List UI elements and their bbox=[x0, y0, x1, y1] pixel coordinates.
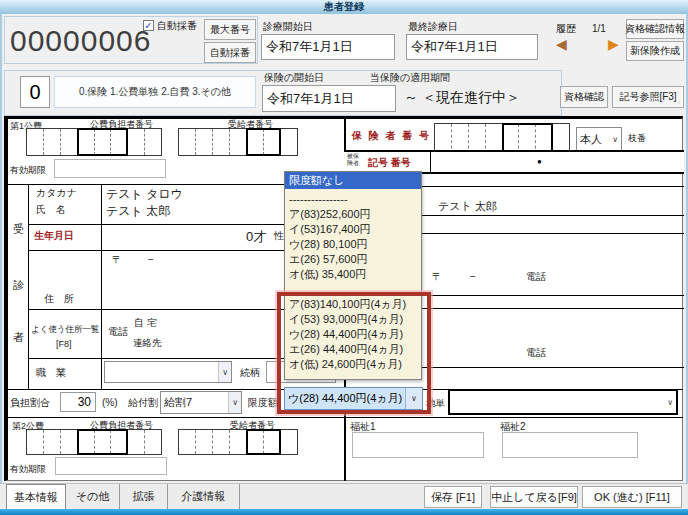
chitan-label: 地単 bbox=[426, 398, 445, 408]
dropdown-item[interactable]: ア(83)140,100円(4ヵ月) bbox=[285, 297, 421, 312]
symbol-reference-button[interactable]: 記号参照[F3] bbox=[612, 86, 684, 108]
kohi1-expiry-input[interactable] bbox=[54, 159, 166, 178]
katakana-value[interactable]: テスト タロウ bbox=[106, 186, 183, 203]
grid-cell bbox=[195, 129, 212, 155]
auto-number-checkbox[interactable]: ✓ bbox=[143, 20, 154, 31]
benefit-select[interactable]: 給割7∨ bbox=[160, 391, 242, 414]
kohi2-payer-grid[interactable] bbox=[26, 429, 162, 455]
cancel-return-button[interactable]: 中止して戻る[F9] bbox=[490, 486, 578, 508]
name-value[interactable]: テスト 太郎 bbox=[106, 203, 170, 220]
job-select[interactable]: ∨ bbox=[104, 361, 232, 383]
welfare1-input[interactable] bbox=[352, 432, 484, 458]
dropdown-item[interactable]: オ(低) 24,600円(4ヵ月) bbox=[285, 357, 421, 372]
grid-cell bbox=[43, 129, 60, 155]
grid-cell bbox=[94, 430, 111, 454]
last-treatment-input[interactable]: 令和7年1月1日 bbox=[406, 34, 538, 60]
qualification-info-button[interactable]: 資格確認情報 bbox=[626, 19, 684, 39]
grid-cell bbox=[77, 129, 94, 155]
grid-cell bbox=[212, 129, 229, 155]
address-list-label[interactable]: よく使う住所一覧 bbox=[31, 325, 100, 334]
insurance-start-label: 保険の開始日 bbox=[264, 73, 324, 83]
grid-cell bbox=[127, 430, 144, 454]
limit-dropdown-list[interactable]: 限度額なし ---------------- ア(83)252,600円 イ(5… bbox=[284, 171, 422, 380]
grid-cell bbox=[246, 430, 263, 454]
dropdown-item[interactable]: イ(53)167,400円 bbox=[285, 222, 421, 237]
grid-cell bbox=[43, 430, 60, 454]
dropdown-item[interactable]: オ(低) 35,400円 bbox=[285, 267, 421, 282]
grid-cell bbox=[263, 129, 280, 155]
save-button[interactable]: 保存 [F1] bbox=[424, 486, 482, 508]
title-bar: 患者登録 bbox=[0, 0, 688, 14]
insurance-period-value: ～ ＜現在進行中＞ bbox=[404, 89, 520, 107]
kohi1-recipient-grid[interactable] bbox=[178, 128, 298, 156]
divider bbox=[430, 152, 431, 172]
grid-cell bbox=[280, 129, 297, 155]
chevron-down-icon: ∨ bbox=[228, 392, 241, 413]
burden-ratio-input[interactable]: 30 bbox=[60, 392, 96, 412]
tab-other[interactable]: その他 bbox=[66, 484, 120, 509]
max-number-button[interactable]: 最大番号 bbox=[204, 19, 256, 40]
grid-cell bbox=[280, 430, 297, 454]
dropdown-item[interactable]: ---------------- bbox=[285, 192, 421, 207]
check-icon: ✓ bbox=[144, 21, 152, 31]
dropdown-item[interactable]: エ(26) 57,600円 bbox=[285, 252, 421, 267]
dropdown-item-highlighted[interactable]: 限度額なし bbox=[285, 172, 421, 189]
dropdown-item[interactable]: ウ(28) 80,100円 bbox=[285, 237, 421, 252]
self-family-select[interactable]: 本人∨ bbox=[576, 127, 622, 151]
limit-combobox-value: ウ(28) 44,400円(4ヵ月) bbox=[288, 391, 402, 406]
kohi1-expiry-label: 有効期限 bbox=[10, 166, 46, 175]
auto-number-button[interactable]: 自動採番 bbox=[204, 42, 256, 63]
grid-cell bbox=[60, 129, 77, 155]
ok-proceed-button[interactable]: OK (進む) [F11] bbox=[582, 486, 682, 508]
insurance-type-options: 0.保険 1.公費単独 2.自費 3.その他 bbox=[54, 76, 256, 108]
patient-vertical-label: 診 bbox=[13, 278, 24, 293]
limit-combobox[interactable]: ウ(28) 44,400円(4ヵ月) ∨ bbox=[284, 387, 423, 410]
history-prev-icon[interactable]: ◀ bbox=[556, 37, 567, 51]
name-label: 氏 名 bbox=[36, 205, 66, 215]
welfare2-input[interactable] bbox=[502, 432, 638, 458]
insurance-start-input[interactable]: 令和7年1月1日 bbox=[262, 85, 396, 112]
tab-care-info[interactable]: 介護情報 bbox=[168, 484, 240, 509]
treatment-start-input[interactable]: 令和7年1月1日 bbox=[261, 34, 395, 60]
kohi2-recipient-grid[interactable] bbox=[178, 429, 298, 455]
chitan-select[interactable]: ∨ bbox=[448, 389, 678, 415]
chevron-down-icon[interactable]: ∨ bbox=[405, 388, 422, 409]
grid-cell bbox=[229, 430, 246, 454]
history-next-icon[interactable]: ▶ bbox=[608, 37, 619, 51]
phone-label-right1: 電話 bbox=[526, 272, 546, 282]
phone-home-label: 自 宅 bbox=[134, 318, 157, 328]
grid-cell bbox=[77, 430, 94, 454]
postal-dash: − bbox=[148, 255, 154, 265]
new-insurance-button[interactable]: 新保険作成 bbox=[626, 41, 684, 61]
dropdown-item[interactable]: ウ(28) 44,400円(4ヵ月) bbox=[285, 327, 421, 342]
tab-extension[interactable]: 拡張 bbox=[120, 484, 168, 509]
limit-label: 限度額 bbox=[248, 398, 278, 408]
qualification-check-button[interactable]: 資格確認 bbox=[560, 86, 608, 108]
chevron-down-icon: ∨ bbox=[218, 362, 231, 382]
dropdown-item[interactable]: イ(53) 93,000円(4ヵ月) bbox=[285, 312, 421, 327]
grid-cell bbox=[144, 129, 161, 155]
age-value: 0才 bbox=[246, 228, 266, 246]
insurance-type-input[interactable]: 0 bbox=[20, 76, 50, 108]
postal-mark: 〒 bbox=[112, 255, 122, 265]
kohi1-payer-grid[interactable] bbox=[26, 128, 162, 156]
relation-label: 続柄 bbox=[240, 368, 260, 378]
benefit-select-value: 給割7 bbox=[164, 395, 192, 410]
symbol-number-value[interactable]: ● bbox=[537, 157, 542, 166]
patient-number: 00000006 bbox=[10, 24, 151, 58]
insured-vertical-label: 被保険者 bbox=[347, 153, 361, 167]
patient-vertical-label: 者 bbox=[13, 330, 24, 345]
grid-cell bbox=[94, 129, 111, 155]
self-family-value: 本人 bbox=[580, 132, 602, 147]
tab-basic-info[interactable]: 基本情報 bbox=[6, 484, 66, 509]
household-name-value[interactable]: テスト 太郎 bbox=[438, 199, 497, 214]
phone-label-right2: 電話 bbox=[526, 348, 546, 358]
kohi2-expiry-input[interactable] bbox=[55, 457, 167, 475]
job-label: 職 業 bbox=[36, 368, 66, 378]
dropdown-item[interactable]: ア(83)252,600円 bbox=[285, 207, 421, 222]
percent-label: (%) bbox=[102, 398, 118, 408]
chevron-down-icon: ∨ bbox=[664, 391, 676, 413]
gender-label: 性 bbox=[274, 231, 284, 241]
dropdown-item[interactable]: エ(26) 44,400円(4ヵ月) bbox=[285, 342, 421, 357]
grid-cell bbox=[27, 129, 43, 155]
